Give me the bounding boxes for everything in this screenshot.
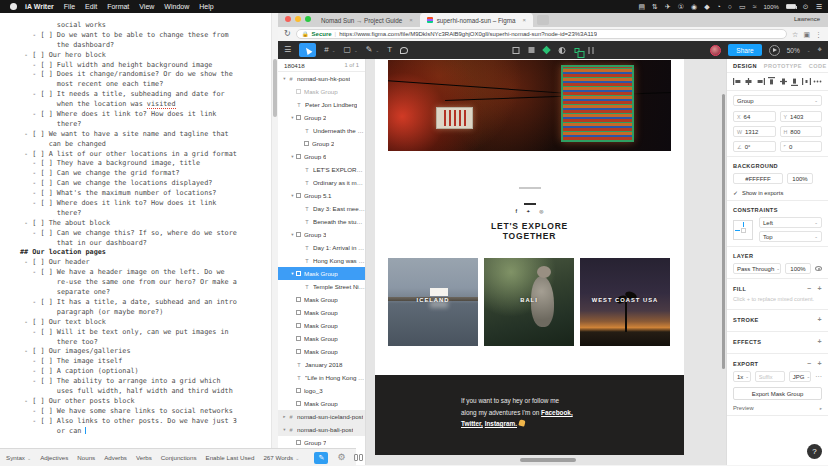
fullscreen-window-button[interactable] [305,16,311,22]
canvas-card-bali[interactable]: BALI [484,258,574,346]
align-left-icon[interactable] [733,77,742,86]
layer-row[interactable]: Mask Group [278,332,365,345]
more-options-icon[interactable] [589,47,594,54]
layer-row[interactable]: TJanuary 2018 [278,358,365,371]
y-position-field[interactable]: Y1403 [780,111,823,122]
add-stroke-icon[interactable]: + [818,316,823,323]
facebook-icon[interactable]: f [516,209,518,214]
statusbar-word-count[interactable]: 267 Words⌄ [263,454,299,461]
present-button[interactable] [769,45,780,56]
canvas-vertical-scrollbar[interactable] [722,94,725,369]
horizontal-constraint-select[interactable]: Left⌄ [759,217,822,228]
layer-row[interactable]: Group 2 [278,137,365,150]
layer-caret-icon[interactable]: ▾ [289,193,296,198]
show-in-exports-checkbox[interactable]: ✓ [733,189,738,196]
export-format-select[interactable]: JPG⌄ [789,371,811,382]
layer-row[interactable]: ▾#nomad-sun-hk-post [278,72,365,85]
user-avatar[interactable] [710,45,721,56]
ia-writer-document[interactable]: social works - [ ] Do we want to be able… [0,13,278,448]
chevron-down-icon[interactable]: ⌄ [354,48,358,53]
comment-tool-button[interactable] [400,47,408,54]
export-suffix-input[interactable] [755,371,785,382]
reload-icon[interactable]: ↻ [284,30,291,38]
background-color-field[interactable]: #FFFFFF [733,173,783,184]
tab-code[interactable]: CODE [809,63,827,69]
layer-row[interactable]: TLET'S EXPLORE TOGETH… [278,163,365,176]
airplay-icon[interactable]: ▭ [739,3,746,10]
use-as-mask-icon[interactable] [559,47,566,54]
spotlight-search-icon[interactable]: ○ [728,3,732,10]
layer-row[interactable]: TOrdinary as it may seem,… [278,176,365,189]
browser-profile-name[interactable]: Lawrence [794,16,828,22]
layer-row[interactable]: T"Life in Hong Kong transc… [278,371,365,384]
menubar-menu-format[interactable]: Format [107,3,129,10]
remove-export-icon[interactable]: − [807,360,812,367]
timer-icon[interactable]: ◔ [717,3,721,10]
canvas-card-west-coast-usa[interactable]: WEST COAST USA [580,258,670,346]
background-opacity-field[interactable]: 100% [787,173,813,184]
align-bottom-icon[interactable] [790,77,799,86]
rotation-field[interactable]: ∠0° [733,141,776,152]
browser-menu-icon[interactable]: ⋮ [815,31,822,38]
layer-row[interactable]: ▾Group 3 [278,228,365,241]
layer-caret-icon[interactable]: ▾ [281,427,288,432]
post-meta-block[interactable]: f ✦ ◎ [375,175,684,214]
box-icon[interactable]: ◆ [704,3,709,10]
writer-scrollbar-thumb[interactable] [273,59,277,117]
layer-row[interactable]: ▾Group 6 [278,150,365,163]
align-top-icon[interactable] [767,77,776,86]
zoom-level[interactable]: 50% [787,47,800,54]
menubar-menu-file[interactable]: File [64,3,75,10]
constraints-diagram[interactable] [733,220,753,240]
export-scale-select[interactable]: 1x⌄ [733,371,751,382]
layer-caret-icon[interactable]: ▾ [289,271,296,276]
layer-row[interactable]: logo_3 [278,384,365,397]
resize-to-fit-icon[interactable] [529,47,535,53]
layer-row[interactable]: Mask Group [278,306,365,319]
export-preview-toggle[interactable]: Preview▸ [733,405,822,411]
menubar-menu-view[interactable]: View [139,3,154,10]
eye-icon[interactable] [815,266,822,271]
align-right-icon[interactable] [756,77,765,86]
create-component-icon[interactable] [542,46,550,54]
chevron-down-icon[interactable]: ⌄ [332,48,336,53]
display-icon[interactable]: ▤ [638,3,645,10]
x-position-field[interactable]: X64 [733,111,776,122]
export-options-icon[interactable]: ⋯ [815,373,822,380]
add-fill-icon[interactable]: + [818,285,823,292]
move-tool-button[interactable] [299,43,316,57]
canvas-settings-icon[interactable]: ⌖ [817,46,822,54]
layer-caret-icon[interactable]: ▾ [281,76,288,81]
height-field[interactable]: H800 [780,126,823,137]
bookmark-star-icon[interactable]: ☆ [792,31,798,38]
minimize-window-button[interactable] [295,16,301,22]
frame-tool-button[interactable]: # [324,46,328,54]
tab-design[interactable]: DESIGN [733,63,757,69]
drop-icon[interactable]: ◉ [691,3,697,10]
menubar-menu-window[interactable]: Window [164,3,189,10]
artboard-nomad-sun-hk-post[interactable]: f ✦ ◎ LET'S EXPLORE TOGETHER ICELAND [375,59,684,455]
vertical-constraint-select[interactable]: Top⌄ [759,231,822,242]
user-icon[interactable]: ⊙ [803,3,809,10]
layer-row[interactable]: TUnderneath the glass… [278,124,365,137]
layer-row[interactable]: Mask Group [278,85,365,98]
layer-row[interactable]: TDay 1: Arrival in Hong… [278,241,365,254]
chevron-down-icon[interactable]: ⌄ [807,48,811,53]
statusbar-verbs[interactable]: Verbs [136,454,152,461]
layer-row[interactable]: TBeneath the stunning sky… [278,215,365,228]
edit-object-icon[interactable] [513,47,520,54]
remove-fill-icon[interactable]: − [807,285,812,292]
close-window-button[interactable] [285,16,291,22]
browser-tab-project-guide[interactable]: Nomad Sun → Project Guide × [314,13,420,27]
layer-row[interactable]: Mask Group [278,397,365,410]
add-export-icon[interactable]: + [818,360,823,367]
facebook-link[interactable]: Facebook, [541,409,573,416]
add-effect-icon[interactable]: + [818,338,823,345]
writer-scrollbar[interactable] [271,13,278,448]
layer-row[interactable]: Mask Group [278,345,365,358]
export-button[interactable]: Export Mask Group [733,387,822,400]
tidy-more-icon[interactable] [813,77,822,86]
align-h-center-icon[interactable] [744,77,753,86]
selection-type-select[interactable]: Group ⌄ [733,95,822,106]
layer-row[interactable]: TTemple Street Night Mark… [278,280,365,293]
